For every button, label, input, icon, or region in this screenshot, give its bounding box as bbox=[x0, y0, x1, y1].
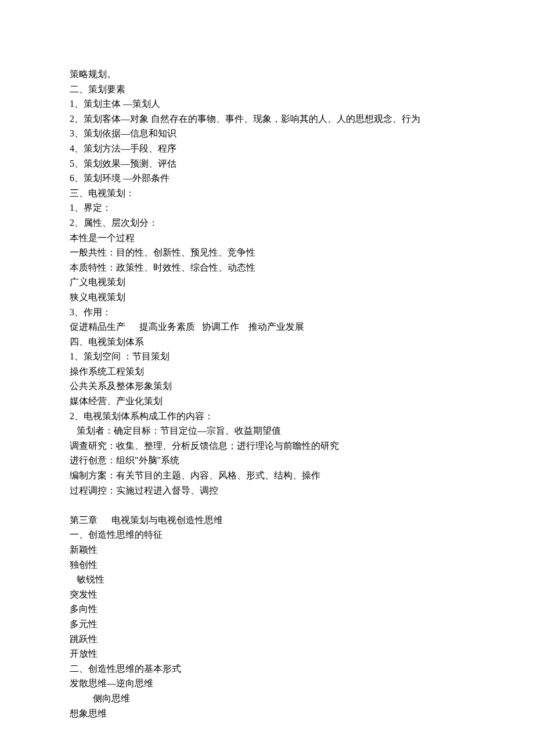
text-line: 本性是一个过程 bbox=[70, 231, 464, 246]
text-line: 操作系统工程策划 bbox=[70, 364, 464, 379]
text-line: 狭义电视策划 bbox=[70, 290, 464, 305]
text-line: 1、策划主体 —策划人 bbox=[70, 96, 464, 111]
document-page: 策略规划。二、策划要素1、策划主体 —策划人2、策划客体—对象 自然存在的事物、… bbox=[0, 0, 534, 756]
document-content: 策略规划。二、策划要素1、策划主体 —策划人2、策划客体—对象 自然存在的事物、… bbox=[70, 67, 464, 721]
text-line: 三、电视策划： bbox=[70, 186, 464, 201]
text-line: 2、电视策划体系构成工作的内容： bbox=[70, 409, 464, 424]
text-line: 广义电视策划 bbox=[70, 275, 464, 290]
text-line: 调查研究：收集、整理、分析反馈信息；进行理论与前瞻性的研究 bbox=[70, 438, 464, 453]
text-line: 本质特性：政策性、时效性、综合性、动态性 bbox=[70, 260, 464, 275]
text-line: 一、创造性思维的特征 bbox=[70, 527, 464, 542]
text-line bbox=[70, 498, 464, 513]
text-line: 1、界定： bbox=[70, 200, 464, 215]
text-line: 1、策划空间 ：节目策划 bbox=[70, 349, 464, 364]
text-line: 敏锐性 bbox=[70, 572, 464, 587]
text-line: 一般共性：目的性、创新性、预见性、竞争性 bbox=[70, 245, 464, 260]
text-line: 跳跃性 bbox=[70, 632, 464, 647]
text-line: 策划者：确定目标：节目定位—宗旨、收益期望值 bbox=[70, 423, 464, 438]
text-line: 过程调控：实施过程进入督导、调控 bbox=[70, 483, 464, 498]
text-line: 发散思维—逆向思维 bbox=[70, 676, 464, 691]
text-line: 2、属性、层次划分： bbox=[70, 215, 464, 231]
text-line: 策略规划。 bbox=[70, 67, 464, 82]
text-line: 媒体经营、产业化策划 bbox=[70, 394, 464, 409]
text-line: 二、创造性思维的基本形式 bbox=[70, 661, 464, 676]
text-line: 进行创意：组织"外脑"系统 bbox=[70, 453, 464, 468]
text-line: 4、策划方法—手段、程序 bbox=[70, 141, 464, 156]
text-line: 6、策划环境 —外部条件 bbox=[70, 171, 464, 186]
text-line: 想象思维 bbox=[70, 706, 464, 721]
text-line: 新颖性 bbox=[70, 542, 464, 557]
text-line: 3、策划依据—信息和知识 bbox=[70, 126, 464, 141]
text-line: 2、策划客体—对象 自然存在的事物、事件、现象，影响其的人、人的思想观念、行为 bbox=[70, 111, 464, 127]
text-line: 四、电视策划体系 bbox=[70, 334, 464, 350]
text-line: 二、策划要素 bbox=[70, 82, 464, 97]
text-line: 公共关系及整体形象策划 bbox=[70, 379, 464, 394]
text-line: 独创性 bbox=[70, 557, 464, 573]
text-line: 5、策划效果—预测、评估 bbox=[70, 156, 464, 171]
text-line: 多元性 bbox=[70, 617, 464, 632]
text-line: 侧向思维 bbox=[70, 691, 464, 706]
text-line: 编制方案：有关节目的主题、内容、风格、形式、结构、操作 bbox=[70, 468, 464, 483]
text-line: 突发性 bbox=[70, 587, 464, 602]
text-line: 3、作用： bbox=[70, 305, 464, 320]
text-line: 促进精品生产 提高业务素质 协调工作 推动产业发展 bbox=[70, 319, 464, 334]
text-line: 多向性 bbox=[70, 602, 464, 617]
text-line: 开放性 bbox=[70, 646, 464, 661]
text-line: 第三章 电视策划与电视创造性思维 bbox=[70, 513, 464, 528]
